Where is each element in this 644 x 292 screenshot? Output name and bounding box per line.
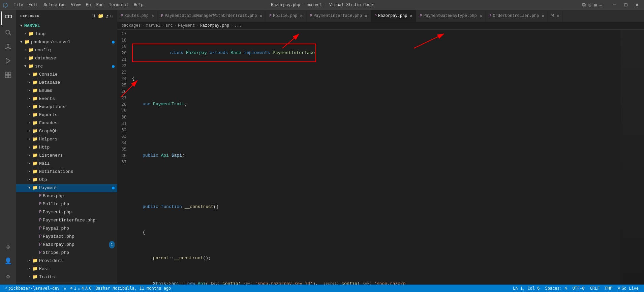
remote-icon[interactable]: ◎: [1, 240, 15, 254]
tree-item-helpers[interactable]: › 📁 Helpers: [16, 135, 117, 143]
tab-razorpay[interactable]: 𝖯 Razorpay.php ✕: [371, 10, 416, 22]
status-line-ending[interactable]: CRLF: [587, 286, 603, 291]
tree-item-traits[interactable]: › 📁 Traits: [16, 273, 117, 281]
tree-item-notifications[interactable]: › 📁 Notifications: [16, 168, 117, 176]
tree-item-mollie-php[interactable]: 𝖯 Mollie.php: [16, 200, 117, 208]
extensions-icon[interactable]: [1, 68, 15, 82]
tree-item-listeners[interactable]: › 📁 Listeners: [16, 152, 117, 160]
tree-item-base-php[interactable]: 𝖯 Base.php: [16, 192, 117, 200]
tab-close-icon2[interactable]: ✕: [260, 13, 263, 19]
more-icon[interactable]: ⋯: [600, 2, 602, 8]
breadcrumb-file[interactable]: Razorpay.php: [200, 23, 229, 28]
tree-item-database[interactable]: › 📁 database: [16, 54, 117, 62]
tree-label-notifications: Notifications: [39, 168, 73, 176]
tree-item-paystact-php[interactable]: 𝖯 Paystact.php: [16, 233, 117, 241]
breadcrumb-more[interactable]: ...: [234, 23, 242, 28]
status-git-user[interactable]: Bashar Nozibulla, 11 months ago: [93, 285, 173, 292]
tree-item-paymentinterface-php[interactable]: 𝖯 PaymentInterface.php: [16, 216, 117, 224]
tree-label-stripe-php: Stripe.php: [43, 249, 69, 257]
tree-item-razorpay-php[interactable]: 𝖯 Razorpay.php 1: [16, 241, 117, 249]
tab-order-controller[interactable]: 𝖯 OrderController.php ✕: [486, 10, 548, 22]
close-icon[interactable]: ✕: [633, 2, 641, 8]
status-spaces[interactable]: Spaces: 4: [542, 286, 570, 291]
menu-run[interactable]: Run: [94, 2, 106, 8]
tree-item-console[interactable]: › 📁 Console: [16, 71, 117, 79]
tab-w[interactable]: W ✕: [548, 10, 563, 22]
tree-item-paypal-php[interactable]: 𝖯 Paypal.php: [16, 224, 117, 233]
new-file-icon[interactable]: 🗋: [91, 13, 96, 19]
tree-item-src[interactable]: ▼ 📁 src: [16, 62, 117, 71]
tab-mollie[interactable]: 𝖯 Mollie.php ✕: [266, 10, 306, 22]
git-branch-icon: ⑂: [5, 286, 7, 291]
status-cursor[interactable]: Ln 1, Col 6: [510, 286, 542, 291]
tree-item-mail[interactable]: › 📁 Mail: [16, 160, 117, 168]
tree-item-exceptions[interactable]: › 📁 Exceptions: [16, 103, 117, 111]
sidebar-title: EXPLORER: [20, 14, 39, 18]
menu-help[interactable]: Help: [131, 2, 146, 8]
status-language[interactable]: PHP: [603, 286, 615, 291]
tree-label-razorpay-php: Razorpay.php: [43, 241, 74, 248]
refresh-icon[interactable]: ↺: [105, 13, 108, 19]
grid-icon[interactable]: ⊞: [594, 2, 596, 8]
tree-item-graphql[interactable]: › 📁 GraphQL: [16, 127, 117, 135]
tree-item-exports[interactable]: › 📁 Exports: [16, 111, 117, 119]
status-branch[interactable]: ⑂ pickbazar-laravel-dev: [3, 285, 62, 292]
breadcrumb-src[interactable]: src: [165, 23, 173, 28]
minimize-icon[interactable]: ─: [610, 2, 619, 8]
tab-close-icon[interactable]: ✕: [151, 13, 154, 19]
tree-item-otp[interactable]: › 📁 Otp: [16, 176, 117, 184]
explorer-icon[interactable]: [1, 11, 15, 25]
collapse-all-icon[interactable]: ⊟: [111, 13, 113, 19]
breadcrumb-marvel[interactable]: marvel: [146, 23, 160, 28]
tree-item-config[interactable]: › 📁 config: [16, 46, 117, 54]
split-icon[interactable]: ⊟: [588, 2, 591, 8]
settings-icon[interactable]: ⚙: [1, 270, 15, 283]
layout-icon[interactable]: ⧉: [582, 2, 586, 8]
tab-close-icon7[interactable]: ✕: [542, 13, 544, 19]
tab-routes[interactable]: 𝖯 Routes.php ✕: [117, 10, 158, 22]
menu-terminal[interactable]: Terminal: [106, 2, 131, 8]
tree-root-marvel[interactable]: ▼ MARVEL: [16, 22, 117, 30]
breadcrumb-payment[interactable]: Payment: [178, 23, 195, 28]
status-encoding[interactable]: UTF-8: [570, 286, 587, 291]
tree-item-lang[interactable]: › 📁 lang: [16, 30, 117, 38]
tree-item-providers[interactable]: › 📁 Providers: [16, 257, 117, 265]
menu-view[interactable]: View: [68, 2, 83, 8]
tab-close-icon5[interactable]: ✕: [410, 13, 412, 19]
tree-label-payment: Payment: [39, 184, 58, 192]
status-sync[interactable]: ↻: [62, 285, 68, 292]
tree-item-rest[interactable]: › 📁 Rest: [16, 265, 117, 273]
search-icon[interactable]: [1, 26, 15, 39]
new-folder-icon[interactable]: 📁: [98, 13, 103, 19]
tree-item-payment[interactable]: ▼ 📁 Payment: [16, 184, 117, 192]
tab-close-icon3[interactable]: ✕: [300, 13, 303, 19]
tab-close-icon8[interactable]: ✕: [556, 13, 559, 19]
tree-item-database2[interactable]: › 📁 Database: [16, 79, 117, 87]
menu-file[interactable]: File: [11, 2, 26, 8]
code-editor[interactable]: class Razorpay extends Base implements P…: [132, 30, 620, 285]
tree-item-stripe-php[interactable]: 𝖯 Stripe.php: [16, 249, 117, 257]
breadcrumb-packages[interactable]: packages: [121, 23, 141, 28]
menu-selection[interactable]: Selection: [41, 2, 68, 8]
tab-close-icon4[interactable]: ✕: [365, 13, 367, 19]
tree-item-packages-marvel[interactable]: ▼ 📁 packages\marvel: [16, 38, 117, 46]
status-errors[interactable]: ⊗ 1 ⚠ 4 A 0: [68, 285, 93, 292]
menu-go[interactable]: Go: [83, 2, 93, 8]
tree-item-enums[interactable]: › 📁 Enums: [16, 87, 117, 95]
tab-payment-status[interactable]: 𝖯 PaymentStatusManagerWithOrderTrait.php…: [158, 10, 266, 22]
debug-icon[interactable]: [1, 54, 15, 68]
tree-item-facades[interactable]: › 📁 Facades: [16, 119, 117, 127]
maximize-icon[interactable]: □: [622, 2, 630, 8]
tab-payment-gateway[interactable]: 𝖯 PaymentGatewayType.php ✕: [416, 10, 486, 22]
code-line-21: public Api $api;: [132, 152, 620, 159]
tree-item-events[interactable]: › 📁 Events: [16, 95, 117, 103]
tab-payment-interface[interactable]: 𝖯 PaymentInterface.php ✕: [306, 10, 371, 22]
account-icon[interactable]: 👤: [1, 254, 15, 268]
tree-item-http[interactable]: › 📁 Http: [16, 143, 117, 152]
tab-close-icon6[interactable]: ✕: [480, 13, 482, 19]
tree-item-payment-php[interactable]: 𝖯 Payment.php: [16, 208, 117, 216]
status-live-share[interactable]: ⊕ Go Live: [615, 286, 641, 291]
tab-payment-status-label: PaymentStatusManagerWithOrderTrait.php: [165, 14, 257, 18]
menu-edit[interactable]: Edit: [26, 2, 41, 8]
source-control-icon[interactable]: [1, 40, 15, 53]
